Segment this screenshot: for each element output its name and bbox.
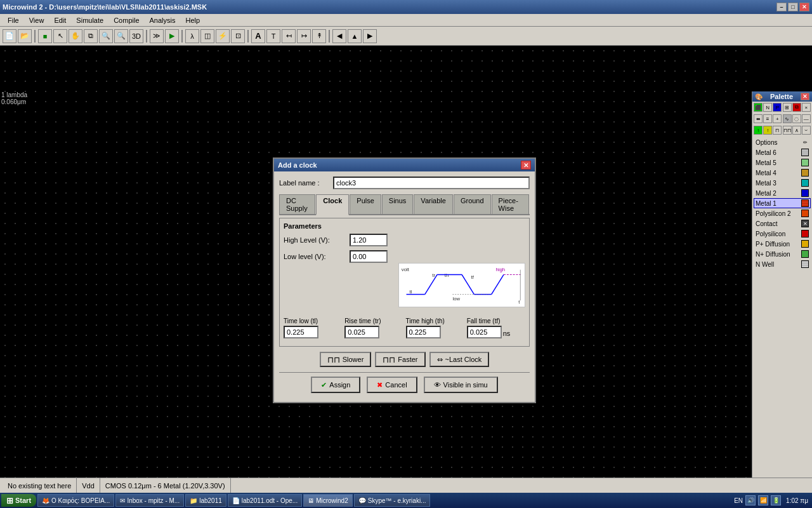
minimize-btn[interactable]: –: [776, 3, 787, 11]
toolbar-verilog[interactable]: ≫: [150, 29, 164, 43]
toolbar-pan-left[interactable]: ◀: [332, 29, 346, 43]
toolbar-draw[interactable]: ■: [38, 29, 52, 43]
cancel-btn[interactable]: ✖ Cancel: [367, 377, 417, 393]
taskbar-skype[interactable]: 💬 Skype™ - e.kyriaki...: [354, 494, 431, 507]
palette-icon-7[interactable]: ⬌: [754, 114, 763, 123]
start-button[interactable]: ⊞ Start: [1, 494, 36, 507]
toolbar-open[interactable]: 📂: [18, 29, 32, 43]
palette-icon-12[interactable]: —: [802, 114, 811, 123]
toolbar-zoomout[interactable]: 🔍: [114, 29, 128, 43]
palette-icon-16[interactable]: ⊓⊓: [783, 126, 792, 135]
tab-clock[interactable]: Clock: [316, 194, 349, 215]
taskbar-inbox[interactable]: ✉ Inbox - mpitz - M...: [115, 494, 184, 507]
toolbar-lambda[interactable]: λ: [185, 29, 199, 43]
slower-btn[interactable]: ⊓⊓ Slower: [320, 352, 372, 367]
palette-icon-18[interactable]: ⌣: [802, 126, 811, 135]
tray-icon-1[interactable]: 🔊: [745, 495, 756, 505]
toolbar-pan-right[interactable]: ▶: [363, 29, 377, 43]
fall-time-input[interactable]: [467, 326, 502, 338]
toolbar-move[interactable]: ✋: [69, 29, 82, 43]
palette-layer-metal6[interactable]: Metal 6: [754, 147, 811, 157]
palette-layer-nwell[interactable]: N Well: [754, 259, 811, 269]
toolbar-3d[interactable]: 3D: [129, 29, 143, 43]
time-low-input[interactable]: [284, 326, 318, 338]
palette-layer-metal4[interactable]: Metal 4: [754, 168, 811, 178]
menu-file[interactable]: File: [3, 15, 24, 25]
palette-layer-contact[interactable]: Contact ✕: [754, 218, 811, 229]
palette-icon-9[interactable]: +: [773, 114, 782, 123]
palette-layer-ndiff[interactable]: N+ Diffusion: [754, 249, 811, 259]
tray-icon-3[interactable]: 🔋: [771, 495, 781, 505]
toolbar-run[interactable]: ▶: [165, 29, 179, 43]
clock-dialog-close-btn[interactable]: ✕: [521, 161, 531, 170]
time-high-input[interactable]: [406, 326, 441, 338]
toolbar-pan-up[interactable]: ▲: [348, 29, 362, 43]
toolbar-copy[interactable]: ⧉: [84, 29, 98, 43]
maximize-btn[interactable]: □: [788, 3, 798, 11]
assign-btn[interactable]: ✔ Assign: [311, 377, 360, 393]
palette-layer-poly[interactable]: Polysilicon: [754, 229, 811, 239]
toolbar-font[interactable]: A: [251, 29, 265, 43]
menu-analysis[interactable]: Analysis: [145, 15, 181, 25]
menu-help[interactable]: Help: [180, 15, 205, 25]
micron-coord: 0.060μm: [1, 98, 27, 105]
toolbar-zoomin[interactable]: 🔍: [99, 29, 113, 43]
tab-pulse[interactable]: Pulse: [350, 194, 381, 214]
palette-icon-17[interactable]: ∧: [792, 126, 801, 135]
toolbar-extract[interactable]: ⊡: [231, 29, 245, 43]
palette-layer-metal1[interactable]: Metal 1: [754, 198, 811, 208]
taskbar-odt[interactable]: 📄 lab2011.odt - Ope...: [228, 494, 302, 507]
toolbar-arrow-left[interactable]: ↤: [282, 29, 296, 43]
tab-sinus[interactable]: Sinus: [382, 194, 414, 214]
palette-icon-14[interactable]: ↑: [763, 126, 772, 135]
toolbar-text[interactable]: T: [266, 29, 280, 43]
palette-layer-pdiff[interactable]: P+ Diffusion: [754, 239, 811, 249]
palette-icon-6[interactable]: ×: [802, 103, 811, 112]
menu-view[interactable]: View: [24, 15, 49, 25]
close-btn[interactable]: ✕: [799, 3, 809, 11]
tab-ground[interactable]: Ground: [454, 194, 491, 214]
menu-simulate[interactable]: Simulate: [71, 15, 108, 25]
toolbar-ruler[interactable]: ◫: [200, 29, 214, 43]
toolbar-arrow-right[interactable]: ↦: [297, 29, 311, 43]
tab-piece-wise[interactable]: Piece-Wise: [492, 194, 529, 214]
palette-layer-metal5[interactable]: Metal 5: [754, 157, 811, 168]
last-clock-btn[interactable]: ⇔ ~Last Clock: [429, 352, 490, 367]
label-name-input[interactable]: [333, 177, 530, 189]
toolbar-sim-out[interactable]: ↟: [312, 29, 326, 43]
clock-dialog[interactable]: Add a clock ✕ Label name : DC Supply Clo…: [273, 157, 536, 403]
palette-icon-1[interactable]: ⬛: [754, 103, 763, 112]
high-level-input[interactable]: [350, 234, 388, 246]
toolbar-select[interactable]: ↖: [53, 29, 67, 43]
palette-options-row[interactable]: Options ✏: [754, 137, 811, 147]
tray-icon-2[interactable]: 📶: [758, 495, 768, 505]
taskbar-lab2011[interactable]: 📁 lab2011: [185, 494, 226, 507]
toolbar-new[interactable]: 📄: [3, 29, 16, 43]
visible-btn[interactable]: 👁 Visible in simu: [424, 377, 498, 393]
palette-icon-2[interactable]: N: [763, 103, 772, 112]
menu-edit[interactable]: Edit: [49, 15, 71, 25]
palette-icon-8[interactable]: ≡: [763, 114, 772, 123]
taskbar-kairos[interactable]: 🦊 Ο Καιρός: ΒΟΡΕΙΑ...: [37, 494, 114, 507]
low-level-input[interactable]: [350, 250, 388, 263]
tab-dc-supply[interactable]: DC Supply: [279, 194, 315, 214]
palette-icon-4[interactable]: ⊞: [783, 103, 792, 112]
palette-layer-metal2[interactable]: Metal 2: [754, 188, 811, 198]
palette-close-btn[interactable]: ✕: [801, 93, 809, 100]
palette-icon-13[interactable]: ↑: [754, 126, 763, 135]
palette-layer-poly2[interactable]: Polysilicon 2: [754, 208, 811, 218]
palette-icon-15[interactable]: ⊓: [773, 126, 782, 135]
toolbar-drc[interactable]: ⚡: [216, 29, 230, 43]
taskbar-microwind[interactable]: 🖥 Microwind2: [303, 494, 353, 507]
palette-icon-11[interactable]: ◌: [792, 114, 801, 123]
tab-variable[interactable]: Variable: [414, 194, 453, 214]
palette-icon-5[interactable]: ⧉: [792, 103, 801, 112]
menu-compile[interactable]: Compile: [108, 15, 144, 25]
rise-time-input[interactable]: [344, 326, 379, 338]
palette-layer-metal3[interactable]: Metal 3: [754, 178, 811, 188]
palette-icon-10[interactable]: ∿: [783, 114, 792, 123]
toolbar-sep5: [329, 30, 330, 43]
faster-btn[interactable]: ⊓⊓ Faster: [375, 352, 425, 367]
palette-layer-metal5-color: [801, 159, 809, 166]
palette-icon-3[interactable]: P: [773, 103, 782, 112]
